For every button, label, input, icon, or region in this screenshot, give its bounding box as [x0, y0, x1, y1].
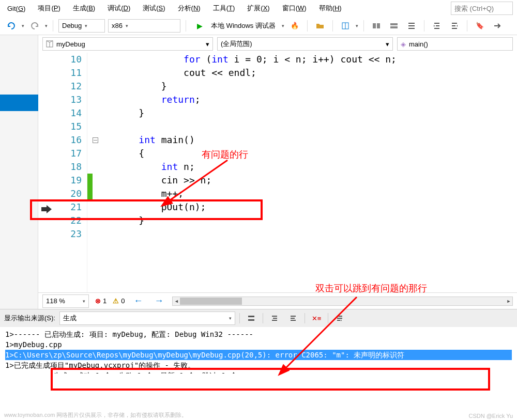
code-line[interactable] — [116, 227, 517, 241]
line-number: 23 — [38, 227, 82, 241]
line-number: 15 — [38, 120, 82, 133]
svg-rect-2 — [377, 23, 380, 28]
menu-item-窗口[interactable]: 窗口(W) — [279, 2, 310, 14]
output-source-label: 显示输出来源(S): — [4, 314, 55, 323]
line-number: 14 — [38, 106, 82, 120]
menu-item-测试[interactable]: 测试(S) — [140, 2, 168, 14]
menu-item-调试[interactable]: 调试(D) — [104, 2, 133, 14]
svg-rect-4 — [390, 26, 398, 28]
code-line[interactable]: int main() — [116, 133, 517, 147]
indent-right-icon[interactable] — [447, 19, 462, 33]
change-bar — [87, 53, 93, 292]
output-btn-1[interactable] — [244, 312, 258, 325]
code-editor[interactable]: 1011121314151617181920212223 for (int i … — [38, 53, 517, 292]
annotation-text-1: 有问题的行 — [202, 148, 248, 161]
indent-left-icon[interactable] — [430, 19, 444, 33]
line-number: 22 — [38, 214, 82, 227]
breakpoint-arrow-icon — [41, 205, 53, 213]
function-value: main() — [409, 40, 428, 48]
code-lines[interactable]: for (int i = 0; i < n; i++) cout << n; c… — [106, 53, 517, 292]
output-clear-icon[interactable]: ✕≡ — [309, 312, 324, 325]
line-number: 19 — [38, 174, 82, 187]
code-line[interactable]: } — [116, 80, 517, 93]
output-source-value: 生成 — [63, 314, 77, 323]
menu-item-生成[interactable]: 生成(B) — [70, 2, 98, 14]
project-value: myDebug — [56, 40, 85, 48]
svg-rect-1 — [373, 23, 376, 28]
line-number-gutter: 1011121314151617181920212223 — [38, 53, 87, 292]
svg-rect-7 — [248, 319, 254, 321]
start-debug-button[interactable]: ▶ — [191, 19, 206, 33]
line-number: 20 — [38, 187, 82, 200]
line-number: 13 — [38, 93, 82, 106]
code-line[interactable]: cin >> n; — [116, 174, 517, 187]
output-line[interactable]: 1>myDebug.cpp — [5, 339, 512, 350]
flame-icon[interactable]: 🔥 — [287, 19, 302, 33]
code-line[interactable]: int n; — [116, 160, 517, 174]
output-btn-2[interactable] — [267, 312, 282, 325]
menu-item-项目[interactable]: 项目(P) — [35, 2, 63, 14]
code-line[interactable]: return; — [116, 93, 517, 106]
output-body[interactable]: 1>------ 已启动生成: 项目: myDebug, 配置: Debug W… — [0, 327, 517, 374]
menu-item-扩展[interactable]: 扩展(X) — [244, 2, 272, 14]
output-line[interactable]: ========== 生成: 成功 0 个，失败 1 个，最新 0 个，跳过 0… — [5, 370, 512, 374]
arrow-icon[interactable] — [490, 19, 505, 33]
code-line[interactable] — [116, 120, 517, 133]
warning-count[interactable]: ⚠ 0 — [113, 297, 125, 305]
horizontal-scrollbar[interactable]: ◄► — [172, 297, 513, 306]
line-number: 18 — [38, 160, 82, 174]
project-dropdown[interactable]: myDebug ▾ — [42, 37, 213, 51]
nav-fwd-icon[interactable]: → — [151, 294, 166, 308]
start-debug-label[interactable]: 本地 Windows 调试器 — [211, 21, 276, 30]
svg-rect-6 — [248, 316, 254, 317]
active-indicator — [0, 95, 38, 111]
tool-icon-4[interactable] — [404, 19, 419, 33]
code-line[interactable]: } — [116, 106, 517, 120]
menu-item-工具[interactable]: 工具(T) — [210, 2, 238, 14]
line-number: 17 — [38, 147, 82, 160]
menu-item-Git[interactable]: Git(G) — [4, 3, 28, 14]
code-line[interactable]: } — [116, 214, 517, 227]
cube-icon: ◈ — [401, 40, 406, 48]
zoom-dropdown[interactable]: 118 %▾ — [42, 294, 89, 308]
annotation-text-2: 双击可以跳到有问题的那行 — [315, 282, 427, 294]
search-input[interactable] — [451, 2, 513, 15]
code-line[interactable]: for (int i = 0; i < n; i++) cout << n; — [116, 53, 517, 66]
platform-value: x86 — [112, 22, 123, 29]
code-line[interactable]: m++; — [116, 187, 517, 200]
code-line[interactable]: pOut(n); — [116, 200, 517, 214]
scope-value: (全局范围) — [221, 39, 252, 49]
output-line[interactable]: 1>------ 已启动生成: 项目: myDebug, 配置: Debug W… — [5, 329, 512, 339]
menu-item-分析[interactable]: 分析(N) — [175, 2, 204, 14]
watermark-text: www.toymoban.com 网络图片仅供展示，非存储，如有侵权请联系删除。 — [4, 411, 187, 419]
function-dropdown[interactable]: ◈ main() — [397, 37, 513, 51]
csdn-tag: CSDN @Erick Yu — [468, 413, 513, 419]
tool-icon-3[interactable] — [387, 19, 401, 33]
tool-icon-1[interactable] — [338, 19, 353, 33]
platform-dropdown[interactable]: x86▾ — [108, 19, 180, 33]
code-line[interactable]: { — [116, 147, 517, 160]
editor-status-bar: 118 %▾ ⊗ 1 ⚠ 0 ← → ◄► — [38, 292, 517, 309]
zoom-value: 118 % — [46, 297, 65, 305]
folder-open-icon[interactable] — [313, 19, 327, 33]
tool-icon-2[interactable] — [369, 19, 384, 33]
output-source-dropdown[interactable]: 生成▾ — [59, 312, 235, 325]
line-number: 12 — [38, 80, 82, 93]
menu-item-帮助[interactable]: 帮助(H) — [316, 2, 345, 14]
scope-dropdown[interactable]: (全局范围) ▾ — [217, 37, 393, 51]
output-line[interactable]: 1>C:\Users\zp\Source\Repos\myDebug\myDeb… — [5, 350, 512, 360]
code-nav-bar: myDebug ▾ (全局范围) ▾ ◈ main() — [38, 35, 517, 53]
output-line[interactable]: 1>已完成生成项目"myDebug.vcxproj"的操作 - 失败。 — [5, 360, 512, 370]
config-dropdown[interactable]: Debug▾ — [58, 19, 105, 33]
config-value: Debug — [62, 22, 82, 29]
undo-icon[interactable] — [4, 19, 19, 33]
redo-icon[interactable] — [27, 19, 42, 33]
svg-rect-3 — [390, 23, 398, 25]
error-count[interactable]: ⊗ 1 — [95, 297, 107, 305]
bookmark-icon[interactable]: 🔖 — [473, 19, 487, 33]
nav-back-icon[interactable]: ← — [131, 294, 145, 308]
output-btn-3[interactable] — [286, 312, 300, 325]
error-icon: ⊗ — [95, 297, 101, 305]
output-wrap-icon[interactable] — [332, 312, 347, 325]
code-line[interactable]: cout << endl; — [116, 66, 517, 80]
